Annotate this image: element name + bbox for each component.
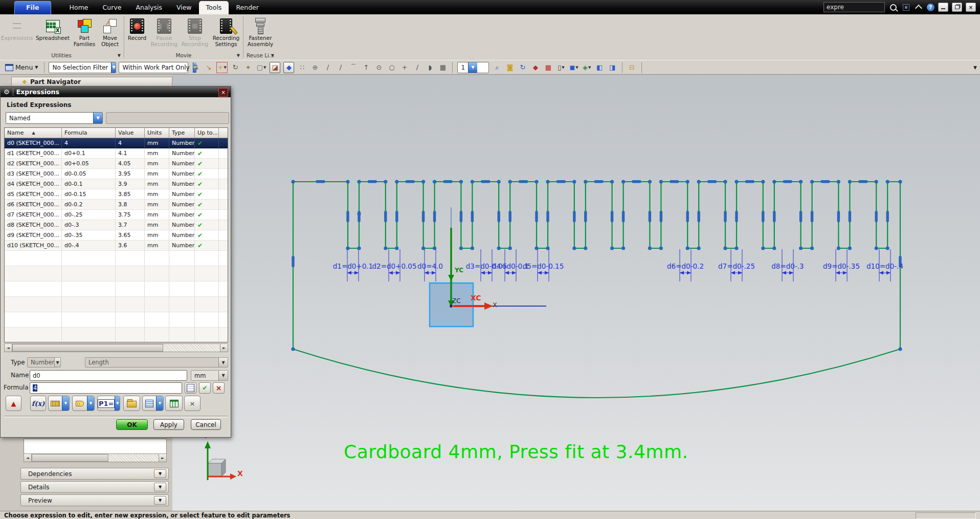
menu-tab-analysis[interactable]: Analysis — [128, 1, 169, 14]
search-icon[interactable] — [888, 3, 898, 12]
toolbar-icon-9[interactable]: ∷ — [297, 62, 307, 73]
dialog-titlebar[interactable]: ⚙ Expressions × — [1, 86, 231, 97]
selection-filter-dropdown[interactable]: No Selection Filter ▼ — [49, 62, 116, 73]
ribbon-button-part-families[interactable]: PartFamilies — [72, 15, 97, 51]
column-header-type[interactable]: Type — [169, 128, 195, 138]
ribbon-group-footer[interactable]: Movie▼ — [125, 51, 242, 60]
dimension-label-d10[interactable]: d10=d0-.4 — [866, 262, 903, 270]
toolbar-icon-12[interactable]: ∕ — [336, 62, 345, 73]
ribbon-group-footer[interactable]: Reuse Li...▼ — [244, 51, 276, 60]
toolbar-icon-15[interactable]: ⊙ — [374, 62, 384, 73]
dimension-label-d7[interactable]: d7=d0-.25 — [718, 262, 755, 270]
table-row-d6[interactable]: d6 (SKETCH_000...d0-0.23.8mmNumber✔ — [5, 200, 228, 210]
dimension-label-d8[interactable]: d8=d0-.3 — [771, 262, 804, 270]
table-row-d2[interactable]: d2 (SKETCH_000...d0+0.054.05mmNumber✔ — [5, 159, 228, 169]
table-row-d4[interactable]: d4 (SKETCH_000...d0-0.13.9mmNumber✔ — [5, 179, 228, 189]
toolbar-icon-30[interactable]: ◈▼ — [582, 62, 592, 73]
ok-button[interactable]: OK — [116, 419, 148, 430]
dimension-label-d2[interactable]: d2=d0+0.05 — [372, 262, 417, 270]
scrollbar-thumb[interactable] — [32, 454, 108, 462]
toolbar-icon-31[interactable]: ◧ — [595, 62, 605, 73]
ribbon-button-move-object[interactable]: MoveObject — [97, 15, 123, 51]
table-row-d0[interactable]: d0 (SKETCH_000...44mmNumber✔ — [5, 138, 228, 148]
formula-editor-button[interactable] — [185, 382, 196, 394]
ribbon-button-fastener-assembly[interactable]: FastenerAssembly — [244, 15, 276, 51]
expression-filter-dropdown[interactable]: Named ▼ — [6, 112, 103, 124]
fullscreen-icon[interactable] — [901, 3, 910, 12]
delete-expression-button[interactable]: × — [184, 396, 201, 411]
toolbar-icon-4[interactable]: ↻ — [231, 62, 240, 73]
chevron-down-icon[interactable]: ▼ — [87, 396, 94, 410]
accept-formula-button[interactable]: ✔ — [199, 382, 211, 394]
toolbar-icon-2[interactable]: ↘ — [204, 62, 213, 73]
toolbar-icon-19[interactable]: ◗ — [425, 62, 435, 73]
ribbon-group-footer[interactable]: Utilities▼ — [0, 51, 123, 60]
menu-tab-view[interactable]: View — [169, 1, 199, 14]
toolbar-icon-3[interactable]: +▼ — [216, 62, 227, 73]
chevron-down-icon[interactable]: ▼ — [218, 358, 228, 367]
section-header-preview[interactable]: Preview▼ — [20, 494, 169, 506]
chevron-down-icon[interactable]: ▼ — [156, 396, 163, 410]
column-header-value[interactable]: Value — [116, 128, 145, 138]
toolbar-icon-11[interactable]: ∕ — [323, 62, 332, 73]
units-dropdown[interactable]: mm ▼ — [191, 370, 228, 381]
column-header-formula[interactable]: Formula — [62, 128, 116, 138]
dimension-label-d9[interactable]: d9=d0-.35 — [823, 262, 860, 270]
scroll-left-icon[interactable]: ◄ — [5, 344, 12, 352]
toolbar-icon-18[interactable]: ∕ — [412, 62, 422, 73]
cancel-button[interactable]: Cancel — [191, 419, 221, 430]
ribbon-button-recording-settings[interactable]: RecordingSettings — [210, 15, 242, 51]
menu-button[interactable]: Menu ▼ — [3, 62, 40, 72]
toolbar-icon-5[interactable]: ⌖ — [243, 62, 253, 73]
command-search-input[interactable] — [823, 2, 885, 12]
table-row-d5[interactable]: d5 (SKETCH_000...d0-0.153.85mmNumber✔ — [5, 189, 228, 200]
ribbon-button-spreadsheet[interactable]: Spreadsheet — [34, 15, 72, 51]
menu-tab-curve[interactable]: Curve — [96, 1, 129, 14]
reject-formula-button[interactable]: × — [213, 382, 225, 394]
chevron-down-icon[interactable]: ▼ — [154, 496, 166, 505]
chevron-down-icon[interactable]: ▼ — [93, 113, 102, 123]
section-header-dependencies[interactable]: Dependencies▼ — [20, 468, 169, 480]
ribbon-button-record[interactable]: Record — [125, 15, 149, 51]
toolbar-overflow-icon[interactable]: ▼ — [973, 65, 977, 70]
toolbar-icon-17[interactable]: + — [399, 62, 409, 73]
table-row-d10[interactable]: d10 (SKETCH_00...d0-.43.6mmNumber✔ — [5, 241, 228, 251]
toolbar-icon-34[interactable]: ⊟ — [627, 62, 637, 73]
table-row-d8[interactable]: d8 (SKETCH_000...d0-.33.7mmNumber✔ — [5, 220, 228, 230]
toolbar-icon-14[interactable]: ↑ — [361, 62, 371, 73]
toolbar-icon-16[interactable]: ○ — [387, 62, 396, 73]
chevron-down-icon[interactable]: ▼ — [218, 371, 228, 380]
formula-field[interactable]: 4 — [30, 382, 182, 394]
help-icon[interactable]: ? — [927, 4, 934, 11]
import-expressions-button[interactable] — [123, 396, 140, 411]
menu-tab-file[interactable]: File — [14, 1, 51, 14]
part-navigator-tab[interactable]: ❖ Part Navigator — [11, 77, 172, 87]
part-navigator-listbox[interactable] — [24, 439, 167, 454]
view-scale-dropdown[interactable]: 1▼ — [457, 62, 489, 73]
table-hscrollbar[interactable]: ◄ ► — [4, 343, 228, 352]
table-row-d9[interactable]: d9 (SKETCH_000...d0-.353.65mmNumber✔ — [5, 230, 228, 241]
window-restore-button[interactable] — [952, 3, 962, 12]
toolbar-icon-29[interactable]: ◼▼ — [569, 62, 578, 73]
toolbar-icon-32[interactable]: ◨ — [608, 62, 617, 73]
part-navigator-hscrollbar[interactable]: ◄ ► — [24, 453, 167, 462]
scroll-right-icon[interactable]: ► — [159, 454, 166, 462]
window-minimize-button[interactable] — [938, 3, 948, 12]
toolbar-icon-6[interactable]: ▢▼ — [256, 62, 267, 73]
collapse-dialog-button[interactable]: ▲ — [6, 396, 21, 411]
insert-function-button[interactable]: f(x) — [30, 396, 46, 411]
minimize-ribbon-icon[interactable] — [914, 3, 923, 12]
apply-button[interactable]: Apply — [153, 419, 184, 430]
toolbar-icon-25[interactable]: ↻ — [518, 62, 527, 73]
scroll-left-icon[interactable]: ◄ — [24, 454, 32, 462]
measure-distance-button[interactable]: ▼ — [48, 396, 70, 411]
name-field[interactable]: d0 — [30, 370, 187, 381]
part-expression-button[interactable]: P1=▼ — [97, 396, 120, 411]
dimension-label-d0[interactable]: d0=4.0 — [417, 262, 443, 270]
toolbar-icon-8[interactable]: ◆ — [283, 62, 294, 73]
toolbar-icon-13[interactable]: ⌒ — [348, 62, 358, 73]
toolbar-icon-20[interactable]: ▦ — [438, 62, 448, 73]
chevron-down-icon[interactable]: ▼ — [154, 483, 166, 491]
section-header-details[interactable]: Details▼ — [20, 481, 169, 493]
chevron-down-icon[interactable]: ▼ — [154, 469, 166, 478]
